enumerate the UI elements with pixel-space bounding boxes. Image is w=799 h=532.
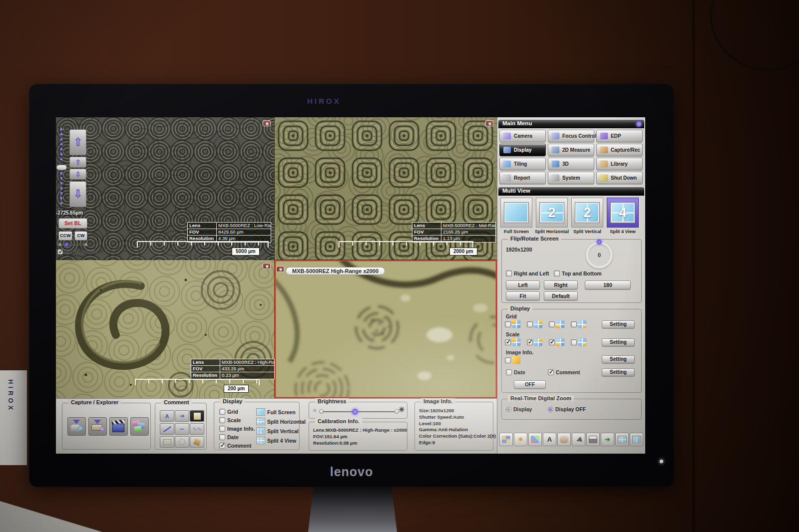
date-option[interactable]: Date [219, 434, 239, 440]
text-tool-button[interactable]: A [543, 433, 556, 446]
arrow-annotation-button[interactable]: ➔ [175, 410, 189, 422]
scale-checkbox[interactable] [219, 417, 225, 423]
menu-camera-button[interactable]: Camera [499, 130, 546, 142]
viewport-high-range[interactable]: LensMXB-5000REZ : High-Range : x700 FOV4… [56, 260, 275, 398]
image-info-setting-button[interactable]: Setting [602, 355, 635, 363]
movie-record-button[interactable] [109, 417, 128, 436]
image-info-option[interactable]: Image Info. [219, 426, 255, 432]
view-split-4[interactable]: 4Split 4 View [256, 437, 296, 444]
brightness-slider-thumb[interactable] [352, 409, 358, 415]
rotation-slider-thumb[interactable] [64, 243, 68, 247]
brightness-slider[interactable] [321, 411, 397, 412]
scale-q3-option[interactable] [549, 338, 564, 346]
exit-button[interactable]: ➔ [601, 433, 614, 446]
image-info-checkbox[interactable] [219, 426, 225, 432]
wave-annotation-button[interactable]: ∿∿ [190, 423, 204, 435]
set-bl-button[interactable]: Set BL [58, 218, 87, 229]
multi-view-split-vertical[interactable]: 2 [571, 198, 603, 228]
rtz-display-option[interactable]: Display [506, 406, 532, 412]
comment-checkbox[interactable] [548, 369, 554, 375]
menu-3d-button[interactable]: 3D [548, 158, 594, 170]
multi-view-full-screen[interactable] [500, 198, 532, 228]
menu-edp-button[interactable]: EDP [596, 130, 643, 142]
camera-icon[interactable] [263, 263, 271, 269]
menu-system-button[interactable]: System [548, 172, 594, 184]
camera-icon[interactable] [276, 266, 284, 272]
menu-focus-control-button[interactable]: Focus Control [548, 130, 594, 142]
announce-button[interactable]: ◀ [572, 433, 585, 446]
note-annotation-button[interactable] [190, 410, 204, 422]
menu-capture-rec-button[interactable]: Capture/Rec [596, 144, 643, 156]
default-button[interactable]: Default [544, 291, 578, 300]
off-button[interactable]: OFF [514, 380, 546, 389]
scale-option[interactable]: Scale [219, 417, 241, 423]
rotate-right-button[interactable]: Right [544, 280, 578, 289]
display-radio[interactable] [506, 407, 511, 412]
menu-display-button[interactable]: Display [499, 144, 546, 156]
focus-step-down-arrows[interactable]: ▼▼▼▼▼▼▼ [57, 171, 65, 206]
fixed-rotation-checkbox[interactable] [57, 249, 63, 255]
grid-q4-option[interactable] [571, 320, 586, 328]
date-checkbox[interactable] [506, 369, 512, 375]
freehand-annotation-button[interactable]: ∽ [175, 423, 189, 435]
comment-option[interactable]: Comment [219, 443, 251, 449]
rotate-left-button[interactable]: Left [506, 280, 540, 289]
hand-tool-button[interactable] [557, 433, 571, 446]
right-and-left-checkbox[interactable] [506, 270, 512, 276]
rectangle-annotation-button[interactable] [160, 436, 174, 448]
rotation-dial[interactable]: 0 [586, 242, 613, 268]
menu-2d-measure-button[interactable]: 2D Measure [548, 144, 594, 156]
focus-fast-up-button[interactable]: ⇧ [69, 129, 86, 155]
grid-q3-option[interactable] [549, 320, 564, 328]
menu-tiling-button[interactable]: Tiling [499, 158, 546, 170]
grid-q1-option[interactable] [505, 320, 520, 328]
focus-step-up-arrows[interactable]: ▲▲▲▲▲▲▲ [57, 126, 65, 161]
image-info-checkbox[interactable] [505, 357, 511, 363]
top-and-bottom-checkbox[interactable] [554, 270, 560, 276]
eraser-button[interactable] [190, 436, 204, 448]
fixed-rotation-option[interactable]: Fixed Rotation [57, 249, 97, 255]
capture-save-button[interactable] [88, 417, 107, 436]
scale-q3-checkbox[interactable] [549, 339, 555, 345]
view-split-horizontal[interactable]: 2Split Horizontal [256, 418, 306, 425]
rotate-180-button[interactable]: 180 [585, 280, 631, 289]
view-full-screen[interactable]: Full Screen [256, 408, 296, 416]
flip-right-left-option[interactable]: Right and Left [506, 270, 549, 276]
camera-icon[interactable] [263, 120, 271, 126]
scale-q1-option[interactable] [505, 338, 520, 346]
focus-down-button[interactable]: ⇩ [69, 169, 86, 180]
rotate-ccw-button[interactable]: CCW [58, 231, 72, 241]
print-button[interactable] [586, 433, 600, 446]
rotation-slider[interactable] [59, 244, 86, 246]
focus-slider-thumb[interactable] [56, 165, 67, 170]
menu-report-button[interactable]: Report [499, 172, 546, 184]
grid-q2-checkbox[interactable] [527, 321, 533, 327]
camera-icon[interactable] [485, 120, 493, 126]
rotation-dial-knob[interactable] [597, 240, 602, 245]
palette-button[interactable] [528, 433, 542, 446]
focus-up-button[interactable]: ⇧ [69, 157, 86, 168]
date-comment-setting-button[interactable]: Setting [602, 368, 635, 376]
grid-q4-checkbox[interactable] [571, 321, 577, 327]
multi-view-split-4[interactable]: 4 [607, 198, 639, 228]
focus-fast-down-button[interactable]: ⇩ [69, 181, 86, 207]
grid-checkbox[interactable] [219, 409, 225, 415]
image-explorer-button[interactable] [130, 417, 149, 436]
viewport-mid-range[interactable]: LensMXB-5000REZ : Mid-Range : x140 FOV21… [275, 117, 497, 260]
rtz-display-off-option[interactable]: Display OFF [548, 406, 586, 412]
multi-view-split-horizontal[interactable]: 2 [536, 198, 568, 228]
scale-q4-checkbox[interactable] [571, 339, 577, 345]
scale-setting-button[interactable]: Setting [602, 338, 635, 346]
viewport-x2000-selected[interactable]: MXB-5000REZ High-Range x2000 [275, 260, 497, 398]
scale-q2-option[interactable] [527, 338, 542, 346]
info-icon[interactable] [636, 121, 642, 127]
thumbnail-grid-button[interactable] [499, 433, 513, 446]
date-checkbox[interactable] [219, 434, 225, 440]
date-option[interactable]: Date [506, 369, 525, 375]
scale-q1-checkbox[interactable] [505, 339, 511, 345]
image-info-option[interactable] [505, 356, 520, 364]
line-annotation-button[interactable] [160, 423, 174, 435]
capture-image-button[interactable] [67, 417, 86, 436]
fit-button[interactable]: Fit [506, 291, 540, 300]
layout-a-button[interactable] [615, 433, 629, 446]
